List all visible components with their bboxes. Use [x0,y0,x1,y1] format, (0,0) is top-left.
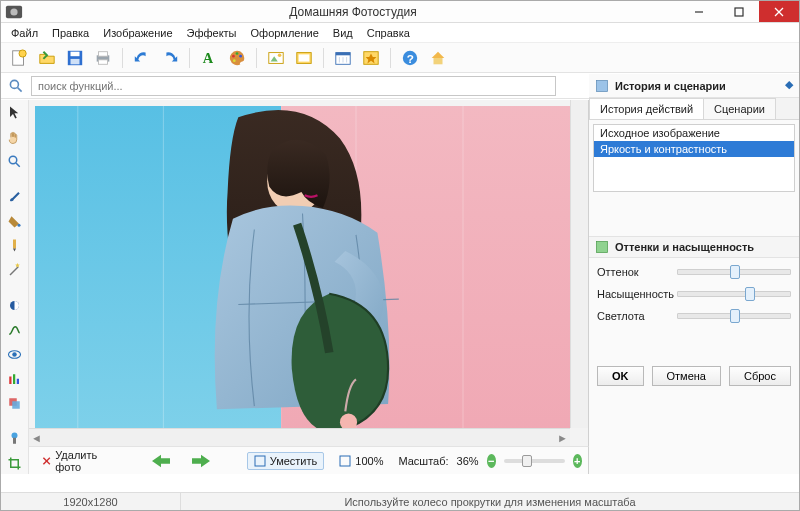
delete-photo-button[interactable]: Удалить фото [35,446,109,476]
contrast-tool[interactable] [3,295,27,316]
pointer-tool[interactable] [3,102,27,123]
status-hint: Используйте колесо прокрутки для изменен… [181,493,799,510]
hsb-section-header: Оттенки и насыщенность [589,236,799,258]
search-input[interactable] [31,76,556,96]
ok-button[interactable]: OK [597,366,644,386]
cancel-button[interactable]: Отмена [652,366,721,386]
svg-rect-12 [99,51,108,56]
crop-tool[interactable] [3,453,27,474]
horizontal-scrollbar[interactable]: ◄► [29,428,570,446]
svg-text:?: ? [407,51,414,64]
hundred-button[interactable]: 100% [332,452,390,470]
arrow-left-icon [152,454,170,468]
save-button[interactable] [63,46,87,70]
svg-marker-37 [10,107,18,119]
canvas-footer: Удалить фото Уместить 100% Масштаб: 36% … [29,446,589,474]
zoom-out-button[interactable]: − [487,454,496,468]
close-button[interactable] [759,1,799,22]
svg-rect-10 [71,58,80,63]
status-dims: 1920x1280 [1,493,181,510]
svg-point-35 [10,80,18,88]
zoom-tool[interactable] [3,151,27,172]
clone-tool[interactable] [3,428,27,449]
canvas-area[interactable]: ◄► [29,100,589,446]
menu-effects[interactable]: Эффекты [181,25,243,41]
fit-button[interactable]: Уместить [247,452,325,470]
svg-rect-41 [13,240,16,249]
levels-tool[interactable] [3,368,27,389]
layers-tool[interactable] [3,393,27,414]
svg-marker-67 [192,454,210,467]
hsb-title: Оттенки и насыщенность [615,241,754,253]
undo-button[interactable] [130,46,154,70]
svg-rect-70 [596,80,607,91]
hue-slider[interactable] [677,269,791,275]
eye-tool[interactable] [3,344,27,365]
minimize-button[interactable] [679,1,719,22]
history-panel-title: История и сценарии [615,80,726,92]
brush-tool[interactable] [3,186,27,207]
scale-label: Масштаб: [398,455,448,467]
svg-rect-34 [434,58,443,64]
menu-image[interactable]: Изображение [97,25,178,41]
svg-rect-71 [596,241,607,252]
hundred-icon [339,455,351,467]
prev-arrow-button[interactable] [145,451,177,471]
photo-image [35,106,570,428]
image-tool-2-button[interactable] [292,46,316,70]
svg-point-7 [19,49,26,56]
lightness-slider[interactable] [677,313,791,319]
next-arrow-button[interactable] [185,451,217,471]
redo-button[interactable] [158,46,182,70]
svg-rect-23 [299,54,310,61]
delete-icon [42,454,51,468]
open-button[interactable] [35,46,59,70]
svg-point-15 [232,54,235,57]
tab-scenarios[interactable]: Сценарии [703,98,776,119]
new-button[interactable] [7,46,31,70]
pencil-tool[interactable] [3,235,27,256]
fit-label: Уместить [270,455,318,467]
reset-button[interactable]: Сброс [729,366,791,386]
help-button[interactable]: ? [398,46,422,70]
history-item[interactable]: Исходное изображение [594,125,794,141]
home-button[interactable] [426,46,450,70]
vertical-scrollbar[interactable] [570,100,588,428]
star-tool-button[interactable] [359,46,383,70]
text-tool-button[interactable]: A [197,46,221,70]
pin-icon[interactable]: ◆ [785,78,793,91]
wand-tool[interactable] [3,260,27,281]
saturation-slider[interactable] [677,291,791,297]
zoom-slider[interactable] [504,459,565,463]
menu-edit[interactable]: Правка [46,25,95,41]
hand-tool[interactable] [3,126,27,147]
history-item[interactable]: Яркость и контрастность [594,141,794,157]
menu-file[interactable]: Файл [5,25,44,41]
zoom-in-button[interactable]: + [573,454,582,468]
menu-help[interactable]: Справка [361,25,416,41]
svg-line-36 [18,87,22,91]
sat-label: Насыщенность [597,288,669,300]
menubar: Файл Правка Изображение Эффекты Оформлен… [1,23,799,43]
titlebar: Домашняя Фотостудия [1,1,799,23]
calendar-tool-button[interactable] [331,46,355,70]
hsb-icon [595,240,609,254]
svg-point-40 [18,224,21,227]
svg-rect-69 [340,456,350,466]
right-panel: История и сценарии ◆ История действий Сц… [589,74,799,474]
svg-point-53 [12,433,18,439]
svg-rect-68 [255,456,265,466]
svg-point-1 [10,8,17,15]
curve-tool[interactable] [3,319,27,340]
palette-button[interactable] [225,46,249,70]
menu-decor[interactable]: Оформление [245,25,325,41]
history-list[interactable]: Исходное изображение Яркость и контрастн… [593,124,795,192]
fill-tool[interactable] [3,211,27,232]
svg-point-16 [236,52,239,55]
maximize-button[interactable] [719,1,759,22]
print-button[interactable] [91,46,115,70]
image-tool-1-button[interactable] [264,46,288,70]
menu-view[interactable]: Вид [327,25,359,41]
tab-history[interactable]: История действий [589,98,704,119]
window-title: Домашняя Фотостудия [27,5,679,19]
